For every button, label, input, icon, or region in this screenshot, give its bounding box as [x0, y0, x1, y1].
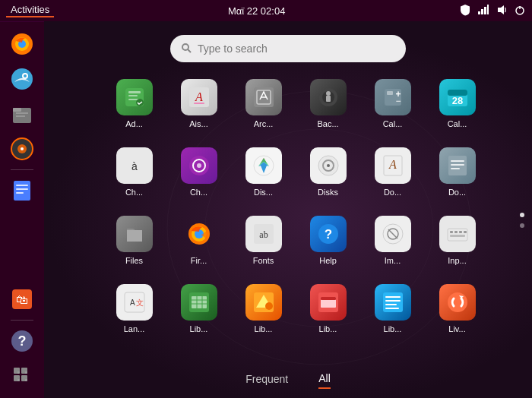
list-item[interactable]: Ad... [102, 73, 166, 141]
svg-rect-72 [451, 160, 464, 162]
app-icon-disks [310, 147, 347, 184]
app-label: Files [125, 256, 143, 265]
sidebar-item-help[interactable]: ? [6, 325, 38, 357]
sidebar-item-files[interactable] [6, 98, 38, 130]
list-item[interactable]: Lib... [231, 278, 296, 346]
sidebar-item-thunderbird[interactable] [6, 63, 38, 95]
app-label: Lib... [319, 324, 337, 333]
list-item[interactable]: +− Cal... [360, 73, 425, 141]
list-item[interactable]: Lib... [166, 278, 231, 346]
app-icon-lib-writer [375, 284, 411, 321]
sidebar-item-writer[interactable] [6, 175, 38, 207]
svg-rect-106 [383, 292, 403, 312]
list-item[interactable]: 28 Cal... [425, 73, 489, 141]
list-item[interactable]: Lib... [360, 278, 425, 346]
topbar-right [459, 4, 526, 18]
svg-point-37 [182, 44, 188, 50]
svg-text:A: A [195, 90, 203, 103]
svg-point-51 [326, 91, 331, 96]
app-icon-calendar: 28 [439, 79, 476, 115]
list-item[interactable]: Lib... [296, 278, 360, 346]
list-item[interactable]: Fir... [166, 210, 231, 278]
tab-frequent[interactable]: Frequent [245, 373, 288, 388]
topbar-datetime: Μαϊ 22 02:04 [228, 5, 285, 17]
app-label: Fonts [253, 256, 274, 265]
svg-rect-35 [17, 379, 20, 381]
network-icon[interactable] [477, 4, 489, 18]
list-item[interactable]: Ch... [166, 141, 231, 210]
svg-rect-95 [192, 296, 207, 308]
svg-rect-33 [17, 371, 20, 374]
list-item[interactable]: Bac... [296, 73, 360, 141]
svg-text:à: à [131, 160, 138, 172]
list-item[interactable]: A Ais... [166, 73, 231, 141]
pagination-dots [520, 213, 524, 228]
activities-button[interactable]: Activities [6, 4, 54, 17]
app-icon-lan: A文 [116, 284, 153, 321]
app-icon-arc [245, 79, 282, 115]
list-item[interactable]: A文 Lan... [102, 278, 166, 346]
list-item[interactable]: ab Fonts [231, 210, 296, 278]
app-icon-livepatch [439, 284, 476, 321]
list-item[interactable]: Im... [360, 210, 425, 278]
main-content: Ad... A Ais... Arc... Bac... +− Cal... [44, 21, 532, 398]
svg-point-43 [136, 99, 144, 106]
svg-rect-86 [450, 231, 453, 233]
svg-rect-15 [16, 112, 28, 114]
sidebar-divider [11, 169, 33, 170]
list-item[interactable]: Dis... [231, 141, 296, 210]
search-input[interactable] [198, 43, 395, 55]
svg-rect-14 [13, 108, 21, 112]
app-icon-do2 [439, 147, 476, 184]
svg-text:?: ? [18, 333, 27, 349]
svg-line-38 [188, 49, 191, 52]
sidebar-item-firefox[interactable] [6, 28, 38, 60]
svg-rect-108 [385, 300, 401, 302]
list-item[interactable]: ? Help [296, 210, 360, 278]
list-item[interactable]: A Do... [360, 141, 425, 210]
shield-icon[interactable] [459, 4, 471, 18]
svg-text:28: 28 [451, 95, 462, 106]
svg-rect-2 [484, 7, 486, 14]
list-item[interactable]: Liv... [425, 278, 489, 346]
svg-text:−: − [395, 96, 401, 106]
app-label: Lib... [190, 324, 208, 333]
svg-rect-16 [16, 115, 25, 117]
search-container [170, 35, 406, 62]
svg-rect-21 [14, 181, 30, 201]
svg-point-12 [24, 74, 27, 77]
app-label: Ch... [190, 188, 207, 197]
list-item[interactable]: à Ch... [102, 141, 166, 210]
search-bar[interactable] [170, 35, 406, 62]
app-icon-inp [439, 216, 476, 252]
app-icon-ch2 [181, 147, 217, 184]
app-label: Do... [448, 188, 466, 197]
svg-text:ab: ab [259, 229, 268, 240]
volume-icon[interactable] [496, 4, 508, 18]
app-label: Cal... [448, 119, 467, 128]
app-label: Lan... [124, 324, 145, 333]
pagination-dot-2 [520, 223, 524, 228]
svg-rect-40 [128, 91, 141, 93]
svg-marker-4 [498, 5, 504, 14]
app-icon-calc: +− [375, 79, 411, 115]
list-item[interactable]: Do... [425, 141, 489, 210]
power-icon[interactable] [514, 4, 526, 18]
svg-rect-34 [25, 371, 27, 374]
sidebar-divider-2 [11, 320, 33, 321]
app-label: Fir... [191, 256, 207, 265]
app-label: Do... [384, 188, 401, 197]
list-item[interactable]: Files [102, 210, 166, 278]
sidebar-item-rhythmbox[interactable] [6, 133, 38, 165]
svg-text:A: A [130, 298, 135, 307]
sidebar-item-software[interactable]: 🛍 [6, 283, 38, 315]
search-icon [181, 43, 192, 55]
sidebar-item-app-grid[interactable] [6, 360, 38, 392]
svg-rect-3 [487, 5, 489, 14]
svg-point-111 [448, 292, 467, 312]
list-item[interactable]: Inp... [425, 210, 489, 278]
list-item[interactable]: Disks [296, 141, 360, 210]
tab-all[interactable]: All [318, 372, 331, 389]
list-item[interactable]: Arc... [231, 73, 296, 141]
svg-rect-90 [450, 235, 465, 237]
